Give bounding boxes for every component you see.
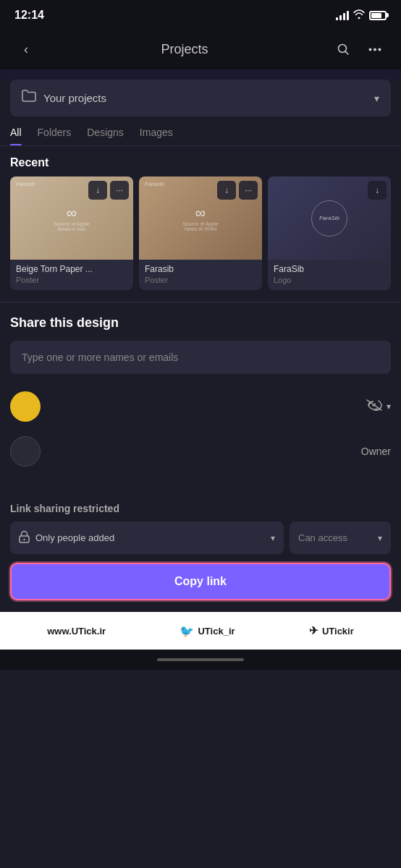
battery-icon (369, 11, 387, 20)
projects-dropdown-left: Your projects (22, 90, 106, 106)
role-dropdown-arrow-1: ▾ (387, 401, 391, 412)
twitter-handle: UTick_ir (198, 626, 235, 637)
spacer (0, 485, 401, 503)
status-time: 12:14 (14, 9, 44, 22)
footer-twitter: 🐦 UTick_ir (180, 624, 235, 638)
share-title: Share this design (10, 315, 391, 331)
twitter-icon: 🐦 (180, 624, 194, 638)
bottom-bar (157, 658, 244, 661)
design-name-3: FaraSib (274, 264, 385, 274)
footer-website: www.UTick.ir (47, 626, 106, 637)
telegram-icon: ✈ (309, 624, 318, 637)
share-search-input[interactable] (22, 352, 379, 363)
design-info-2: Farasib Poster (139, 260, 262, 290)
main-content: Your projects ▾ All Folders Designs Imag… (0, 80, 401, 868)
tab-folders[interactable]: Folders (38, 127, 72, 145)
svg-point-3 (379, 48, 381, 51)
svg-point-5 (23, 539, 25, 540)
projects-chevron-icon: ▾ (374, 93, 379, 104)
footer-telegram: ✈ UTickir (309, 624, 354, 637)
link-sharing-row: Only people added ▾ Can access ▾ (10, 522, 391, 554)
page-title: Projects (161, 42, 208, 57)
folder-icon (22, 90, 36, 106)
user-row-2-left (10, 436, 49, 467)
status-icons (336, 9, 387, 21)
can-access-text: Can access (298, 532, 347, 543)
design-card-3[interactable]: FaraSib ↓ FaraSib Logo (268, 176, 391, 290)
search-button[interactable] (330, 36, 356, 62)
design-type-3: Logo (274, 276, 385, 284)
tab-designs[interactable]: Designs (87, 127, 124, 145)
link-sharing-section: Link sharing restricted Only people adde… (0, 503, 401, 612)
design-info-3: FaraSib Logo (268, 260, 391, 290)
only-people-dropdown[interactable]: Only people added ▾ (10, 522, 284, 554)
tab-images[interactable]: Images (140, 127, 173, 145)
wifi-icon (353, 9, 365, 21)
thumb-overlay-1: ↓ ··· (88, 181, 129, 200)
back-button[interactable]: ‹ (13, 36, 39, 62)
download-btn-2[interactable]: ↓ (217, 181, 236, 200)
owner-label: Owner (361, 446, 391, 457)
user-row-1: ▾ (10, 386, 391, 427)
signal-icon (336, 10, 349, 20)
thumb-overlay-2: ↓ ··· (217, 181, 258, 200)
bottom-indicator (0, 650, 401, 670)
telegram-handle: UTickir (322, 626, 354, 637)
more-btn-2[interactable]: ··· (239, 181, 258, 200)
tabs-row: All Folders Designs Images (0, 116, 401, 146)
eye-slash-icon (366, 399, 382, 414)
more-btn-1[interactable]: ··· (110, 181, 129, 200)
user-role-1[interactable]: ▾ (366, 399, 391, 414)
download-btn-3[interactable]: ↓ (368, 181, 387, 200)
lock-icon (19, 530, 30, 545)
design-thumb-1: ∞ Source of AppleNews in Iran Farasib ↓ … (10, 176, 133, 260)
link-sharing-label: Link sharing restricted (10, 503, 391, 514)
design-info-1: Beige Torn Paper ... Poster (10, 260, 133, 290)
only-people-text: Only people added (35, 532, 265, 543)
svg-point-0 (339, 45, 347, 53)
design-name-1: Beige Torn Paper ... (16, 264, 127, 274)
only-people-arrow-icon: ▾ (271, 533, 275, 543)
design-type-1: Poster (16, 276, 127, 284)
design-type-2: Poster (145, 276, 256, 284)
svg-point-1 (369, 48, 372, 51)
design-card-1[interactable]: ∞ Source of AppleNews in Iran Farasib ↓ … (10, 176, 133, 290)
design-name-2: Farasib (145, 264, 256, 274)
design-thumb-2: ∞ Source of AppleNews W IRAN Farasib ↓ ·… (139, 176, 262, 260)
top-nav: ‹ Projects (0, 29, 401, 69)
recent-label: Recent (0, 146, 401, 176)
can-access-arrow-icon: ▾ (378, 533, 382, 543)
footer-bar: www.UTick.ir 🐦 UTick_ir ✈ UTickir (0, 612, 401, 650)
more-button[interactable] (362, 36, 388, 62)
design-card-2[interactable]: ∞ Source of AppleNews W IRAN Farasib ↓ ·… (139, 176, 262, 290)
svg-point-2 (373, 48, 376, 51)
user-row-2: Owner (10, 430, 391, 472)
share-panel: Share this design ▾ (0, 302, 401, 485)
tab-all[interactable]: All (10, 127, 22, 145)
thumb-overlay-3: ↓ (368, 181, 387, 200)
design-grid: ∞ Source of AppleNews in Iran Farasib ↓ … (0, 176, 401, 302)
avatar-dark (10, 436, 41, 467)
copy-link-button[interactable]: Copy link (10, 563, 391, 600)
projects-dropdown[interactable]: Your projects ▾ (10, 80, 391, 116)
download-btn-1[interactable]: ↓ (88, 181, 107, 200)
can-access-dropdown[interactable]: Can access ▾ (290, 522, 391, 554)
share-search-input-wrap[interactable] (10, 341, 391, 374)
nav-right-icons (330, 36, 388, 62)
projects-label: Your projects (43, 92, 106, 104)
user-row-1-left (10, 391, 49, 422)
avatar-yellow (10, 391, 41, 422)
status-bar: 12:14 (0, 0, 401, 29)
design-thumb-3: FaraSib ↓ (268, 176, 391, 260)
